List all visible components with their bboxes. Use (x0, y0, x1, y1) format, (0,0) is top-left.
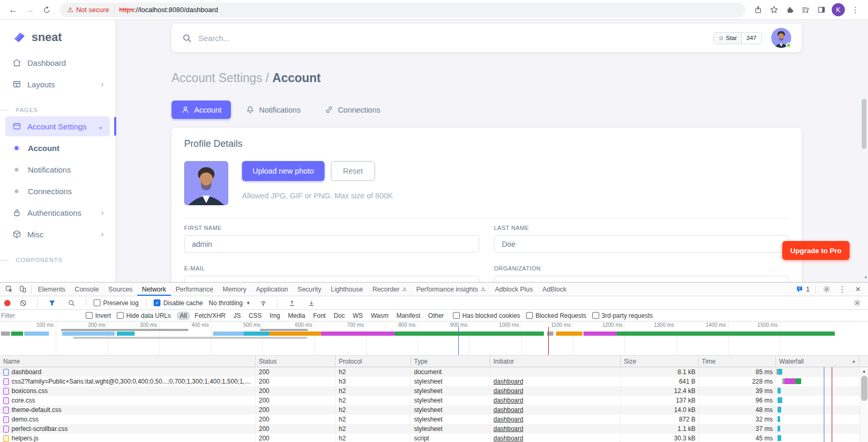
scrollbar-down-arrow[interactable]: ▾ (864, 275, 867, 280)
filter-chip-doc[interactable]: Doc (330, 312, 348, 320)
network-request-row[interactable]: boxicons.css200h2stylesheetdashboard12.4… (0, 386, 868, 396)
devtools-tab-recorder[interactable]: Recorder⚠ (368, 283, 411, 296)
filter-chip-js[interactable]: JS (230, 312, 244, 320)
network-request-row[interactable]: perfect-scrollbar.css200h2stylesheetdash… (0, 424, 868, 434)
devtools-settings-button[interactable] (820, 283, 833, 296)
network-request-row[interactable]: demo.css200h2stylesheetdashboard872 B32 … (0, 415, 868, 424)
filter-chip-font[interactable]: Font (310, 312, 329, 320)
network-request-row[interactable]: core.css200h2stylesheetdashboard137 kB96… (0, 396, 868, 405)
sidebar-item-account[interactable]: Account (5, 138, 110, 158)
tab-account[interactable]: Account (171, 101, 231, 119)
issues-counter[interactable]: 1 (794, 285, 812, 293)
user-avatar[interactable] (771, 28, 791, 48)
browser-profile-avatar[interactable]: K (832, 3, 845, 16)
filter-option-3rd-party-requests[interactable]: 3rd-party requests (592, 312, 653, 319)
initiator-link[interactable]: dashboard (493, 425, 523, 433)
column-header-name[interactable]: Name (0, 356, 256, 367)
reload-button[interactable] (39, 2, 55, 18)
filter-chip-css[interactable]: CSS (246, 312, 265, 320)
scrollbar-thumb[interactable] (861, 376, 867, 401)
media-controls-button[interactable] (798, 3, 813, 17)
devtools-tab-adblock[interactable]: AdBlock (538, 283, 571, 296)
filter-chip-wasm[interactable]: Wasm (368, 312, 392, 320)
filter-input[interactable] (1, 312, 80, 319)
devtools-tab-adblock-plus[interactable]: Adblock Plus (490, 283, 538, 296)
network-settings-button[interactable] (850, 297, 864, 309)
organization-field[interactable] (494, 276, 789, 282)
sidebar-item-authentications[interactable]: Authentications › (5, 203, 110, 223)
brand-logo[interactable]: sneat (0, 20, 115, 46)
filter-chip-img[interactable]: Img (266, 312, 283, 320)
upgrade-to-pro-button[interactable]: Upgrade to Pro (782, 241, 850, 260)
checkbox-unchecked[interactable] (94, 299, 100, 306)
sidebar-item-connections[interactable]: Connections (5, 181, 110, 201)
devtools-tab-sources[interactable]: Sources (104, 283, 137, 296)
preserve-log-option[interactable]: Preserve log (94, 299, 138, 307)
clear-network-log-button[interactable] (16, 297, 30, 309)
last-name-field[interactable] (494, 235, 789, 253)
record-button[interactable] (4, 300, 11, 306)
first-name-field[interactable] (184, 235, 479, 253)
network-request-row[interactable]: dashboard200h2document8.1 kB85 ms (0, 367, 868, 377)
checkbox-unchecked[interactable] (592, 312, 599, 319)
devtools-tab-lighthouse[interactable]: Lighthouse (326, 283, 368, 296)
network-request-row[interactable]: css2?family=Public+Sans:ital,wght@0,300;… (0, 377, 868, 386)
network-search-button[interactable] (65, 297, 78, 309)
column-header-status[interactable]: Status (256, 356, 336, 367)
sidebar-item-notifications[interactable]: Notifications (5, 159, 110, 179)
search-input[interactable]: Search... (198, 34, 230, 43)
side-panel-button[interactable] (814, 3, 829, 17)
network-request-row[interactable]: theme-default.css200h2stylesheetdashboar… (0, 405, 868, 415)
network-overview-timeline[interactable]: 100 ms200 ms300 ms400 ms500 ms600 ms700 … (0, 322, 868, 356)
tab-notifications[interactable]: Notifications (236, 101, 310, 119)
initiator-link[interactable]: dashboard (493, 435, 523, 442)
initiator-link[interactable]: dashboard (493, 416, 523, 423)
share-button[interactable] (751, 3, 765, 17)
filter-chip-other[interactable]: Other (425, 312, 447, 320)
disable-cache-option[interactable]: ✓ Disable cache (154, 299, 203, 307)
filter-chip-all[interactable]: All (177, 312, 190, 320)
network-conditions-button[interactable] (256, 297, 270, 309)
column-header-time[interactable]: Time (699, 356, 776, 367)
initiator-link[interactable]: dashboard (493, 387, 523, 395)
devtools-tab-memory[interactable]: Memory (218, 283, 251, 296)
initiator-link[interactable]: dashboard (493, 406, 523, 414)
sidebar-item-misc[interactable]: Misc › (5, 224, 110, 244)
forward-button[interactable]: → (22, 2, 38, 18)
devtools-tab-elements[interactable]: Elements (33, 283, 70, 296)
filter-chip-fetch-xhr[interactable]: Fetch/XHR (191, 312, 229, 320)
column-header-type[interactable]: Type (411, 356, 490, 367)
extensions-button[interactable] (782, 3, 797, 17)
breadcrumb-parent[interactable]: Account Settings / (171, 71, 269, 85)
sidebar-item-account-settings[interactable]: Account Settings ⌄ (5, 116, 110, 136)
network-request-row[interactable]: helpers.js200h2scriptdashboard30.3 kB45 … (0, 434, 868, 442)
throttling-dropdown[interactable]: No throttling ▼ (209, 299, 251, 307)
invert-option[interactable]: Invert (86, 312, 111, 319)
export-har-button[interactable] (305, 297, 318, 309)
devtools-tab-performance-insights[interactable]: Performance insights⚠ (411, 283, 490, 296)
column-header-size[interactable]: Size (621, 356, 699, 367)
filter-chip-media[interactable]: Media (285, 312, 308, 320)
filter-chip-ws[interactable]: WS (350, 312, 366, 320)
column-header-protocol[interactable]: Protocol (336, 356, 411, 367)
page-scrollbar[interactable]: ▾ (860, 20, 868, 282)
sidebar-item-dashboard[interactable]: Dashboard (5, 53, 110, 73)
filter-chip-manifest[interactable]: Manifest (393, 312, 423, 320)
grid-scrollbar[interactable]: ▲ (860, 367, 868, 442)
filter-option-has-blocked-cookies[interactable]: Has blocked cookies (453, 312, 520, 319)
sidebar-item-layouts[interactable]: Layouts › (5, 74, 110, 94)
devtools-tab-security[interactable]: Security (293, 283, 326, 296)
import-har-button[interactable] (285, 297, 299, 309)
column-header-waterfall[interactable]: Waterfall▲ (776, 356, 860, 367)
column-header-initiator[interactable]: Initiator (490, 356, 621, 367)
checkbox-unchecked[interactable] (526, 312, 533, 319)
checkbox-unchecked[interactable] (453, 312, 460, 319)
devtools-tab-network[interactable]: Network (137, 283, 171, 296)
browser-menu-button[interactable]: ⋮ (848, 3, 863, 17)
checkbox-checked[interactable]: ✓ (154, 299, 160, 306)
device-toolbar-icon[interactable] (16, 283, 29, 296)
back-button[interactable]: ← (5, 2, 21, 18)
inspect-element-icon[interactable] (2, 283, 16, 296)
devtools-tab-console[interactable]: Console (70, 283, 104, 296)
checkbox-unchecked[interactable] (86, 312, 93, 319)
